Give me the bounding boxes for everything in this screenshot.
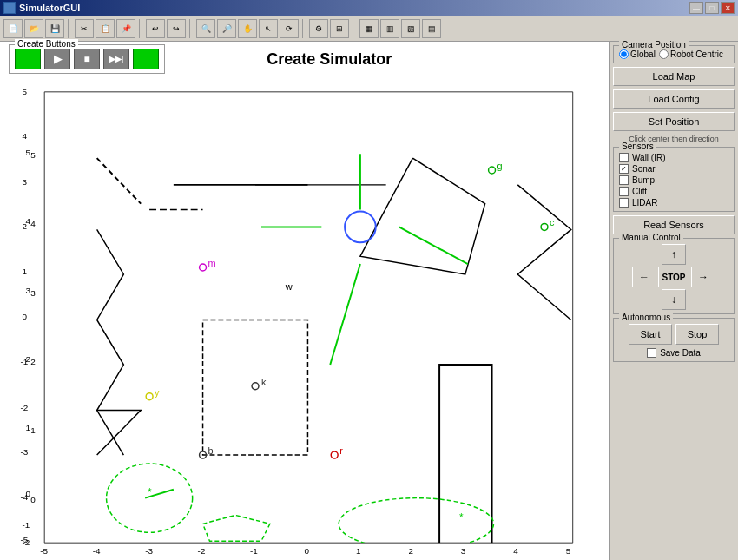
svg-text:g: g xyxy=(497,161,502,171)
create-buttons-group: Create Buttons ▶ ■ ▶▶| xyxy=(9,44,165,74)
autonomous-group: Autonomous Start Stop Save Data xyxy=(613,318,735,362)
left-button[interactable]: ← xyxy=(632,267,656,287)
fastfwd-button[interactable]: ▶▶| xyxy=(103,49,129,69)
redo-button[interactable]: ↪ xyxy=(167,19,186,38)
open-button[interactable]: 📂 xyxy=(24,19,43,38)
sensors-legend: Sensors xyxy=(619,142,656,151)
right-button[interactable]: → xyxy=(691,267,715,287)
svg-text:5: 5 xyxy=(566,546,571,556)
app-icon xyxy=(3,2,16,14)
bump-label: Bump xyxy=(632,175,655,185)
svg-text:c: c xyxy=(550,217,555,227)
svg-text:3: 3 xyxy=(30,288,36,298)
manual-row-up: ↑ xyxy=(662,244,686,265)
bump-sensor[interactable]: Bump xyxy=(619,175,728,185)
load-map-button[interactable]: Load Map xyxy=(613,67,735,86)
svg-text:w: w xyxy=(285,281,293,292)
read-sensors-button[interactable]: Read Sensors xyxy=(613,215,735,234)
wall-ir-checkbox[interactable] xyxy=(619,153,629,162)
svg-text:0: 0 xyxy=(22,312,27,321)
tool1-button[interactable]: ▦ xyxy=(359,19,379,38)
up-button[interactable]: ↑ xyxy=(662,244,686,265)
svg-text:4: 4 xyxy=(22,131,27,141)
svg-text:4: 4 xyxy=(513,546,518,556)
tool3-button[interactable]: ▧ xyxy=(401,19,420,38)
select-button[interactable]: ↖ xyxy=(259,19,278,38)
robot-centric-label: Robot Centric xyxy=(670,49,723,59)
camera-radio-group: Global Robot Centric xyxy=(619,49,728,59)
sonar-checkbox[interactable] xyxy=(619,164,629,174)
down-button[interactable]: ↓ xyxy=(662,289,686,310)
rotate-button[interactable]: ⟳ xyxy=(280,19,299,38)
undo-button[interactable]: ↩ xyxy=(146,19,165,38)
grid-button[interactable]: ⊞ xyxy=(330,19,349,38)
stop-button[interactable]: STOP xyxy=(658,267,689,287)
svg-text:3: 3 xyxy=(25,286,30,295)
svg-text:-4: -4 xyxy=(93,546,101,556)
set-position-button[interactable]: Set Position xyxy=(613,112,735,131)
robot-centric-radio[interactable]: Robot Centric xyxy=(659,49,723,59)
svg-text:*: * xyxy=(459,511,464,524)
manual-row-middle: ← STOP → xyxy=(632,267,715,287)
global-label: Global xyxy=(630,49,656,59)
svg-text:5: 5 xyxy=(25,148,30,157)
plot-area[interactable]: 5 4 3 2 1 0 5 4 3 2 1 0 -1 -2 xyxy=(3,76,605,558)
minimize-button[interactable]: — xyxy=(689,2,703,14)
bump-checkbox[interactable] xyxy=(619,175,629,185)
copy-button[interactable]: 📋 xyxy=(96,19,115,38)
svg-text:3: 3 xyxy=(22,177,27,187)
new-file-button[interactable]: 📄 xyxy=(3,19,23,38)
maximize-button[interactable]: □ xyxy=(705,2,719,14)
zoom-in-button[interactable]: 🔍 xyxy=(196,19,215,38)
global-radio[interactable]: Global xyxy=(619,49,656,59)
close-button[interactable]: ✕ xyxy=(721,2,735,14)
tool4-button[interactable]: ▤ xyxy=(422,19,441,38)
svg-text:*: * xyxy=(148,486,152,498)
sensor-list: Wall (IR) Sonar Bump Cliff LIDAR xyxy=(619,153,728,208)
svg-text:-3: -3 xyxy=(20,447,28,457)
tool2-button[interactable]: ▥ xyxy=(380,19,399,38)
cliff-label: Cliff xyxy=(632,187,647,196)
cut-button[interactable]: ✂ xyxy=(75,19,94,38)
stop-auto-button[interactable]: Stop xyxy=(675,324,719,345)
create-green2-button[interactable] xyxy=(133,49,159,69)
wall-ir-label: Wall (IR) xyxy=(632,153,666,162)
create-green-button[interactable] xyxy=(15,49,41,69)
load-config-button[interactable]: Load Config xyxy=(613,89,735,109)
wall-ir-sensor[interactable]: Wall (IR) xyxy=(619,153,728,162)
cliff-sensor[interactable]: Cliff xyxy=(619,187,728,196)
svg-text:2: 2 xyxy=(30,357,36,366)
lidar-checkbox[interactable] xyxy=(619,198,629,208)
save-button[interactable]: 💾 xyxy=(45,19,64,38)
svg-text:0: 0 xyxy=(305,546,310,556)
sonar-label: Sonar xyxy=(632,164,656,174)
play-button[interactable]: ▶ xyxy=(44,49,70,69)
svg-text:-2: -2 xyxy=(20,403,28,412)
sensors-group: Sensors Wall (IR) Sonar Bump Cliff xyxy=(613,147,735,212)
stop-square-button[interactable]: ■ xyxy=(74,49,100,69)
manual-row-down: ↓ xyxy=(662,289,686,310)
svg-text:y: y xyxy=(155,387,160,398)
simulator-canvas[interactable]: 5 4 3 2 1 0 5 4 3 2 1 0 -1 -2 xyxy=(3,76,605,558)
settings-button[interactable]: ⚙ xyxy=(309,19,328,38)
save-data-checkbox[interactable] xyxy=(647,348,656,358)
svg-text:-3: -3 xyxy=(145,546,153,556)
svg-text:1: 1 xyxy=(25,423,30,432)
title-bar: SimulatorGUI — □ ✕ xyxy=(0,0,738,16)
zoom-out-button[interactable]: 🔎 xyxy=(217,19,236,38)
svg-text:4: 4 xyxy=(30,219,36,228)
save-data-row: Save Data xyxy=(617,348,730,358)
manual-controls: ↑ ← STOP → ↓ xyxy=(617,244,730,310)
sim-title: Create Simulator xyxy=(267,50,392,69)
sonar-sensor[interactable]: Sonar xyxy=(619,164,728,174)
svg-text:1: 1 xyxy=(22,267,27,276)
start-button[interactable]: Start xyxy=(629,324,672,345)
hand-tool-button[interactable]: ✋ xyxy=(238,19,257,38)
paste-button[interactable]: 📌 xyxy=(116,19,135,38)
svg-text:2: 2 xyxy=(408,546,413,556)
svg-text:1: 1 xyxy=(356,546,361,556)
lidar-sensor[interactable]: LIDAR xyxy=(619,198,728,208)
autonomous-legend: Autonomous xyxy=(619,313,673,322)
svg-text:0: 0 xyxy=(30,495,36,504)
cliff-checkbox[interactable] xyxy=(619,187,629,196)
